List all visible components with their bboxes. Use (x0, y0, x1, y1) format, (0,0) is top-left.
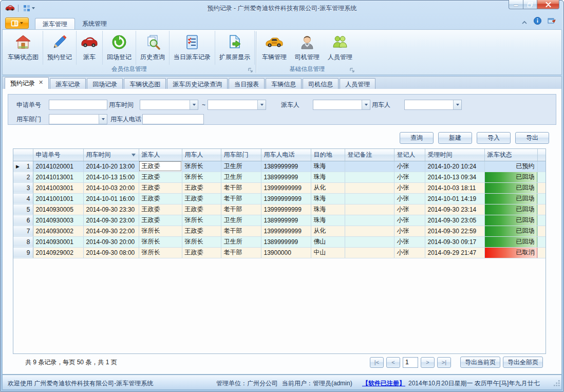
cell-registrar[interactable]: 小张 (394, 182, 425, 193)
cell-status[interactable]: 已回场 (484, 182, 537, 193)
cell-order_no[interactable]: 20140930002 (33, 226, 83, 236)
row-indicator-cell[interactable]: ▶1 (13, 161, 33, 172)
column-header-status[interactable]: 派车状态 (484, 149, 537, 161)
column-header-destination[interactable]: 目的地 (311, 149, 345, 161)
cell-remark[interactable] (345, 204, 394, 215)
cell-dispatcher[interactable]: 张所长 (139, 247, 182, 258)
cell-user[interactable]: 张所长 (182, 236, 221, 247)
cell-department[interactable]: 卫生所 (221, 172, 261, 182)
cell-phone[interactable]: 1389999999 (261, 215, 311, 226)
cell-status[interactable]: 已回场 (484, 215, 537, 226)
cell-destination[interactable]: 从化 (311, 182, 345, 193)
table-row[interactable]: 9201409290022014-09-30 08:00张所长王政委老干部139… (13, 247, 546, 258)
cell-registrar[interactable]: 小张 (394, 236, 425, 247)
cell-user[interactable]: 张所长 (182, 215, 221, 226)
dialog-launcher-icon[interactable] (349, 67, 355, 73)
cell-department[interactable]: 卫生所 (221, 215, 261, 226)
doc-tab-personnel-management[interactable]: 人员管理 (340, 78, 375, 89)
cell-user[interactable]: 王政委 (182, 226, 221, 236)
cell-department[interactable]: 卫生所 (221, 161, 261, 172)
cell-status[interactable]: 已取消 (484, 247, 537, 258)
cell-department[interactable]: 卫生所 (221, 236, 261, 247)
row-indicator-cell[interactable]: 7 (13, 226, 33, 236)
cell-registrar[interactable]: 小张 (394, 172, 425, 182)
dispatcher-combo[interactable] (313, 100, 370, 110)
chevron-down-icon[interactable] (190, 100, 198, 109)
vehicle-user-combo[interactable] (404, 100, 462, 110)
cell-use_time[interactable]: 2014-09-30 08:00 (83, 247, 139, 258)
cell-status[interactable]: 已回场 (484, 226, 537, 236)
page-number-input[interactable] (403, 357, 418, 368)
cell-registrar[interactable]: 小张 (394, 215, 425, 226)
cell-accept_time[interactable]: 2014-10-01 14:19 (425, 193, 484, 204)
doc-tab-vehicle-info[interactable]: 车辆信息 (266, 78, 302, 89)
ribbon-button-extended-screen[interactable]: 扩展屏显示 (215, 31, 255, 65)
table-row[interactable]: 4201410010012014-10-01 16:00王政委王政委老干部139… (13, 193, 546, 204)
row-indicator-cell[interactable]: 8 (13, 236, 33, 247)
prev-page-button[interactable]: < (386, 357, 400, 368)
cell-order_no[interactable]: 20140930005 (33, 204, 83, 215)
dialog-launcher-icon[interactable] (248, 67, 253, 73)
doc-tab-vehicle-status-map[interactable]: 车辆状态图 (124, 78, 166, 89)
column-header-user[interactable]: 用车人 (182, 149, 221, 161)
chevron-down-icon[interactable] (99, 115, 107, 124)
doc-tab-reservation-records[interactable]: 预约记录✕ (5, 77, 49, 89)
cell-destination[interactable]: 珠海 (311, 193, 345, 204)
resize-grip[interactable] (553, 380, 560, 388)
cell-phone[interactable]: 13999999999 (261, 193, 311, 204)
cell-dispatcher[interactable]: 王政委 (139, 204, 182, 215)
cell-use_time[interactable]: 2014-09-30 23:30 (83, 204, 139, 215)
cell-order_no[interactable]: 20141020001 (33, 161, 83, 172)
application-menu-button[interactable] (5, 17, 29, 29)
doc-tab-daily-report[interactable]: 当日报表 (229, 78, 265, 89)
close-tab-icon[interactable]: ✕ (39, 79, 43, 85)
ribbon-button-history-query[interactable]: 历史查询 (136, 31, 170, 65)
cell-status[interactable]: 已回场 (484, 204, 537, 215)
cell-destination[interactable]: 佛山 (311, 236, 345, 247)
cell-order_no[interactable]: 20141013001 (33, 172, 83, 182)
cell-use_time[interactable]: 2014-10-01 16:00 (83, 193, 139, 204)
cell-registrar[interactable]: 小张 (394, 161, 425, 172)
import-button[interactable]: 导入 (477, 132, 511, 144)
column-header-accept_time[interactable]: 受理时间 (425, 149, 484, 161)
application-no-input[interactable] (49, 100, 107, 110)
row-indicator-cell[interactable]: 9 (13, 247, 33, 258)
cell-order_no[interactable]: 20140930003 (33, 215, 83, 226)
cell-department[interactable]: 老干部 (221, 226, 261, 236)
cell-destination[interactable]: 中山 (311, 247, 345, 258)
cell-destination[interactable]: 珠海 (311, 161, 345, 172)
cell-accept_time[interactable]: 2014-09-30 23:14 (425, 204, 484, 215)
cell-dispatcher[interactable]: 张所长 (139, 236, 182, 247)
cell-status[interactable]: 已回场 (484, 193, 537, 204)
create-button[interactable]: 新建 (438, 132, 472, 144)
cell-status[interactable]: 已回场 (484, 172, 537, 182)
cell-use_time[interactable]: 2014-10-20 13:00 (83, 161, 139, 172)
table-row[interactable]: 8201409300012014-09-30 20:00张所长张所长卫生所138… (13, 236, 546, 247)
info-icon[interactable] (534, 17, 541, 27)
cell-registrar[interactable]: 小张 (394, 226, 425, 236)
ribbon-button-vehicle-management[interactable]: 车辆管理 (258, 31, 291, 65)
ribbon-tab-system-management[interactable]: 系统管理 (75, 18, 114, 29)
cell-phone[interactable]: 1389999999 (261, 236, 311, 247)
column-header-phone[interactable]: 用车人电话 (261, 149, 311, 161)
cell-remark[interactable] (345, 215, 394, 226)
cell-order_no[interactable]: 20140930001 (33, 236, 83, 247)
ribbon-tab-dispatch-management[interactable]: 派车管理 (35, 18, 75, 29)
cell-department[interactable]: 老干部 (221, 204, 261, 215)
cell-phone[interactable]: 13999999999 (261, 226, 311, 236)
ribbon-button-reservation-register[interactable]: 预约登记 (43, 31, 77, 65)
cell-dispatcher[interactable]: 王政委 (139, 215, 182, 226)
user-phone-input[interactable] (142, 114, 204, 124)
cell-accept_time[interactable]: 2014-10-20 10:24 (425, 161, 484, 172)
cell-status[interactable]: 已回场 (484, 236, 537, 247)
table-row[interactable]: 5201409300052014-09-30 23:30王政委王政委老干部139… (13, 204, 546, 215)
cell-use_time[interactable]: 2014-10-13 15:00 (83, 172, 139, 182)
cell-registrar[interactable]: 小张 (394, 247, 425, 258)
column-header-registrar[interactable]: 登记人 (394, 149, 425, 161)
cell-accept_time[interactable]: 2014-10-03 18:11 (425, 182, 484, 193)
cell-accept_time[interactable]: 2014-09-30 09:17 (425, 236, 484, 247)
export-current-page-button[interactable]: 导出当前页 (460, 357, 500, 368)
cell-user[interactable]: 王政委 (182, 182, 221, 193)
cell-use_time[interactable]: 2014-09-30 20:00 (83, 236, 139, 247)
cell-accept_time[interactable]: 2014-10-13 09:34 (425, 172, 484, 182)
